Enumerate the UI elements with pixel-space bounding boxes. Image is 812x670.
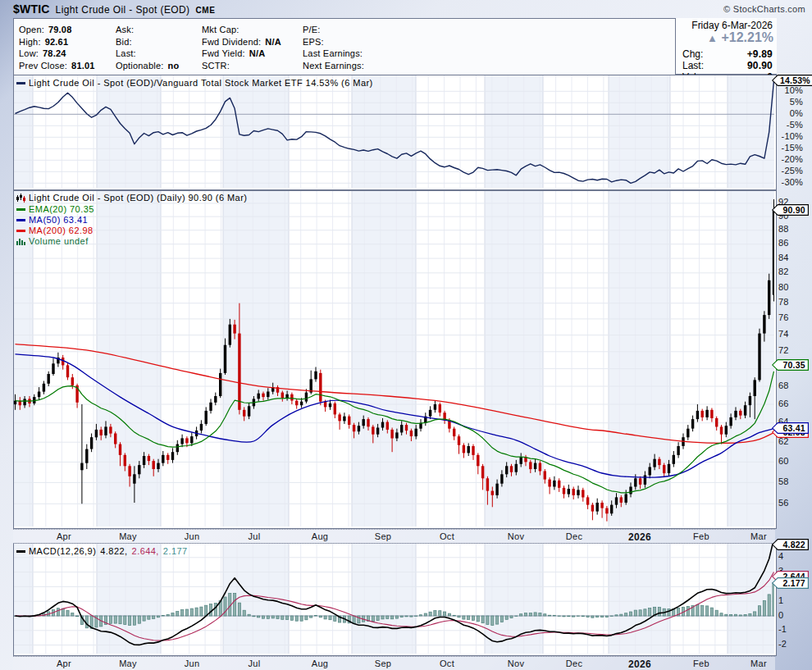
month-label-Jun: Jun [185, 659, 200, 668]
axis-tick-label: 84 [778, 253, 789, 262]
high-value: 92.61 [45, 37, 69, 47]
ma50-legend: MA(50) 63.41 [16, 215, 88, 225]
month-label-Mar: Mar [750, 531, 767, 541]
date-change-block: Friday 6-Mar-2026 ▲ +12.21% Chg:+9.89 La… [675, 18, 777, 75]
axis-tick-label: 66 [778, 399, 789, 408]
fwdyield-value: N/A [249, 48, 266, 58]
optionable-label: Optionable: [116, 61, 163, 71]
ma200-legend: MA(200) 62.98 [16, 226, 94, 235]
exchange: CME [195, 6, 215, 15]
axis-tick-label: 74 [778, 329, 789, 339]
ratio-legend-text: Light Crude Oil - Spot (EOD)/Vanguard To… [29, 78, 373, 88]
axis-tick-label: -5% [778, 120, 803, 130]
macd-swatch-icon [16, 550, 25, 553]
chg-label: Chg: [682, 48, 703, 60]
quote-box: Open:79.08 High:92.61 Low:78.24 Prev Clo… [13, 18, 777, 75]
optionable-value: no [167, 61, 179, 71]
symbol: $WTIC [13, 2, 50, 16]
copyright: © StockCharts.com [723, 4, 805, 14]
fwdyield-label: Fwd Yield: [202, 48, 245, 58]
price-chart-panel [13, 190, 777, 529]
axis-tick-label: -20% [778, 154, 803, 164]
axis-tick-label: 78 [778, 297, 789, 307]
axis-tick-label: 58 [778, 476, 789, 486]
axis-tick-label: 0% [778, 108, 803, 118]
high-label: High: [19, 37, 41, 47]
macd-signal-value: 2.644, [132, 546, 159, 556]
fwddividend-label: Fwd Dividend: [202, 37, 261, 47]
ratio-last-tag: 14.53% [772, 75, 812, 86]
ma50-tag: 63.41 [772, 422, 809, 434]
mktcap-label: Mkt Cap: [202, 25, 239, 34]
percent-change-value: +12.21% [721, 30, 773, 44]
month-label-Sep: Sep [375, 659, 391, 668]
month-label-Mar: Mar [750, 659, 767, 668]
ma200-legend-text: MA(200) 62.98 [29, 226, 94, 235]
percent-change: ▲ +12.21% [707, 30, 773, 45]
main-title-text: Light Crude Oil - Spot (EOD) (Daily) 90.… [29, 193, 247, 203]
ask-label: Ask: [116, 25, 134, 34]
volume-legend: Volume undef [16, 236, 89, 246]
candlestick-icon [16, 194, 25, 203]
axis-tick-label: -1 [778, 624, 787, 634]
month-label-2026: 2026 [628, 531, 651, 543]
axis-tick-label: 88 [778, 224, 789, 234]
axis-tick-label: 68 [778, 381, 789, 390]
axis-tick-label: -2 [778, 639, 787, 649]
month-label-Oct: Oct [440, 531, 454, 541]
macd-name: MACD(12,26,9) [29, 546, 96, 556]
ema20-tag: 70.35 [772, 359, 809, 371]
quote-col-bidask: Ask: Bid: Last: Optionable:no [116, 24, 179, 71]
open-value: 79.08 [48, 25, 72, 34]
macd-hist-tag: 2.177 [772, 577, 809, 589]
quote-col-ohlc: Open:79.08 High:92.61 Low:78.24 Prev Clo… [19, 24, 95, 71]
macd-chart-panel [13, 543, 777, 656]
eps-label: EPS: [303, 37, 324, 47]
ema20-legend-text: EMA(20) 70.35 [29, 204, 94, 214]
month-label-Aug: Aug [312, 531, 328, 541]
macd-value: 4.822, [100, 546, 127, 556]
axis-tick-label: 86 [778, 238, 789, 248]
stockcharts-chart: $WTIC Light Crude Oil - Spot (EOD) CME ©… [0, 0, 812, 670]
ema20-legend: EMA(20) 70.35 [16, 204, 94, 214]
main-chart-title: Light Crude Oil - Spot (EOD) (Daily) 90.… [16, 193, 247, 203]
ma50-swatch-icon [16, 219, 25, 221]
axis-tick-label: 4 [778, 551, 783, 561]
fwddividend-value: N/A [265, 37, 281, 47]
symbol-name: Light Crude Oil - Spot (EOD) [56, 4, 190, 16]
last-price-label: Last: [682, 60, 704, 71]
month-label-Apr: Apr [57, 531, 71, 541]
chg-row: Chg:+9.89 [682, 48, 773, 60]
macd-legend: MACD(12,26,9) 4.822, 2.644, 2.177 [16, 546, 188, 556]
axis-tick-label: 0 [778, 610, 783, 620]
nextearnings-label: Next Earnings: [303, 61, 364, 71]
bid-label: Bid: [116, 37, 132, 47]
quote-col-fundamental: Mkt Cap: Fwd Dividend:N/A Fwd Yield:N/A … [202, 24, 281, 71]
ma200-swatch-icon [16, 230, 25, 232]
x-axis-months-bottom: AprMayJunJulAugSepOctNovDec2026FebMar [13, 656, 775, 670]
month-label-Jul: Jul [249, 659, 261, 668]
axis-tick-label: 10% [778, 85, 803, 95]
quote-date: Friday 6-Mar-2026 [691, 20, 773, 31]
volume-legend-text: Volume undef [29, 236, 89, 246]
prevclose-label: Prev Close: [19, 61, 67, 71]
lastearnings-label: Last Earnings: [303, 48, 363, 58]
low-value: 78.24 [43, 48, 66, 58]
macd-tag-text: 4.822 [773, 540, 807, 549]
ratio-legend: Light Crude Oil - Spot (EOD)/Vanguard To… [16, 78, 373, 88]
month-label-Apr: Apr [57, 659, 71, 668]
month-label-Jun: Jun [185, 531, 200, 541]
ema20-tag-text: 70.35 [773, 360, 807, 370]
axis-tick-label: -15% [778, 143, 803, 153]
sctr-label: SCTR: [202, 61, 230, 71]
month-label-Jul: Jul [249, 531, 261, 541]
low-label: Low: [19, 48, 39, 58]
up-arrow-icon: ▲ [707, 32, 718, 44]
last-price-tag: 90.90 [772, 204, 809, 216]
month-label-May: May [119, 659, 137, 668]
ma50-legend-text: MA(50) 63.41 [29, 215, 88, 225]
title-bar: $WTIC Light Crude Oil - Spot (EOD) CME [13, 2, 216, 17]
macd-tag: 4.822 [772, 539, 809, 550]
axis-tick-label: -10% [778, 131, 803, 141]
month-label-May: May [119, 531, 137, 541]
